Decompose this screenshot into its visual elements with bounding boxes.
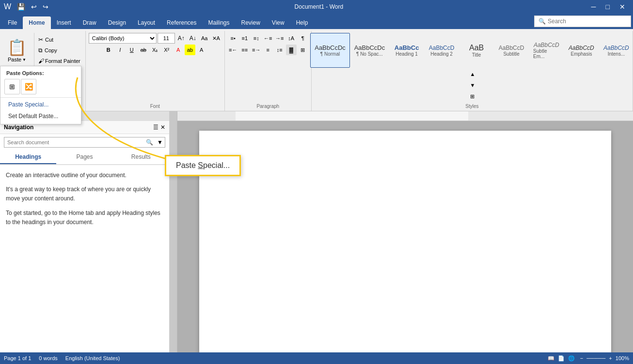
align-center-button[interactable]: ≡≡ xyxy=(239,45,250,55)
paste-dropdown-arrow[interactable]: ▼ xyxy=(22,58,26,62)
increase-indent-button[interactable]: →≡ xyxy=(274,33,285,44)
language: English (United States) xyxy=(65,355,120,361)
zoom-slider[interactable]: ───── xyxy=(586,355,605,361)
justify-button[interactable]: ≡ xyxy=(263,45,273,55)
paste-special-callout[interactable]: Paste Special... xyxy=(165,155,241,176)
style-emphasis[interactable]: AaBbCcD Emphasis xyxy=(564,33,599,68)
multilevel-button[interactable]: ≡↕ xyxy=(251,33,262,44)
numbering-button[interactable]: ≡1 xyxy=(239,33,250,44)
navigation-pane: Navigation ☰ ✕ 🔍 ▼ Headings Pages Result… xyxy=(0,121,170,364)
nav-search-input[interactable] xyxy=(4,137,144,147)
styles-scroll-up[interactable]: ▲ xyxy=(467,69,478,79)
style-subtle-emphasis[interactable]: AaBbCcD Subtle Em... xyxy=(529,33,564,68)
quick-save-icon[interactable]: 💾 xyxy=(15,2,27,12)
nav-text-1: Create an interactive outline of your do… xyxy=(6,171,163,180)
tab-home[interactable]: Home xyxy=(23,16,50,29)
tab-layout[interactable]: Layout xyxy=(132,16,161,29)
style-subtitle[interactable]: AaBbCcD Subtitle xyxy=(494,33,529,68)
nav-title: Navigation xyxy=(4,124,33,131)
paste-special-rest: pecial... xyxy=(203,161,230,169)
close-button[interactable]: ✕ xyxy=(616,2,629,12)
tab-insert[interactable]: Insert xyxy=(51,16,77,29)
paste-merge-icon[interactable]: 🔀 xyxy=(21,79,36,94)
paste-special-menu-item[interactable]: Paste Special... xyxy=(0,99,81,110)
decrease-indent-button[interactable]: ←≡ xyxy=(263,33,273,44)
style-heading1[interactable]: AaBbCc Heading 1 xyxy=(389,33,424,68)
strikethrough-button[interactable]: ab xyxy=(138,45,149,55)
tab-mailings[interactable]: Mailings xyxy=(202,16,235,29)
nav-tabs: Headings Pages Results xyxy=(0,151,169,165)
nav-close-icon[interactable]: ✕ xyxy=(160,124,165,131)
style-intense[interactable]: AaBbCcD Intens... xyxy=(599,33,633,68)
redo-icon[interactable]: ↪ xyxy=(41,2,50,12)
nav-tab-pages[interactable]: Pages xyxy=(56,151,112,164)
paste-special-text: Paste xyxy=(176,161,198,169)
font-size-increase-button[interactable]: A↑ xyxy=(176,33,187,44)
nav-search-icon[interactable]: 🔍 xyxy=(144,138,155,147)
style-heading2[interactable]: AaBbCcD Heading 2 xyxy=(424,33,459,68)
font-case-button[interactable]: Aa xyxy=(199,33,210,44)
nav-tab-results[interactable]: Results xyxy=(113,151,169,164)
font-size-decrease-button[interactable]: A↓ xyxy=(188,33,198,44)
subscript-button[interactable]: X₂ xyxy=(150,45,160,55)
tab-draw[interactable]: Draw xyxy=(77,16,102,29)
sort-button[interactable]: ↕A xyxy=(286,33,297,44)
nav-search-dropdown[interactable]: ▼ xyxy=(155,138,165,147)
document-page[interactable] xyxy=(199,131,611,364)
ruler-svg xyxy=(177,111,633,121)
document-area xyxy=(177,121,633,364)
italic-button[interactable]: I xyxy=(115,45,126,55)
styles-more[interactable]: ⊞ xyxy=(467,91,478,102)
align-right-button[interactable]: ≡→ xyxy=(251,45,262,55)
styles-scroll-down[interactable]: ▼ xyxy=(467,80,478,91)
copy-button[interactable]: ⧉ Copy xyxy=(36,46,82,55)
nav-tab-headings[interactable]: Headings xyxy=(0,151,56,164)
keep-source-icon: ⊞ xyxy=(9,83,15,91)
shading-button[interactable]: ▓ xyxy=(286,45,297,55)
zoom-out-icon[interactable]: − xyxy=(580,355,583,361)
tab-view[interactable]: View xyxy=(266,16,290,29)
paste-keep-source-icon[interactable]: ⊞ xyxy=(4,79,20,94)
paste-special-s: S xyxy=(198,161,203,169)
style-title[interactable]: AaB Title xyxy=(459,33,494,68)
show-marks-button[interactable]: ¶ xyxy=(298,33,308,44)
font-family-select[interactable]: Calibri (Body) xyxy=(89,33,157,44)
set-default-paste-menu-item[interactable]: Set Default Paste... xyxy=(0,110,81,122)
tab-references[interactable]: References xyxy=(161,16,202,29)
bullets-button[interactable]: ≡• xyxy=(228,33,238,44)
superscript-button[interactable]: X² xyxy=(161,45,172,55)
line-spacing-button[interactable]: ↕≡ xyxy=(274,45,285,55)
font-label: Font xyxy=(150,103,160,109)
bold-button[interactable]: B xyxy=(103,45,114,55)
nav-menu-icon[interactable]: ☰ xyxy=(153,124,158,131)
cut-button[interactable]: ✂ Cut xyxy=(36,35,82,44)
zoom-level: 100% xyxy=(616,355,629,361)
undo-icon[interactable]: ↩ xyxy=(29,2,39,12)
search-icon: 🔍 xyxy=(538,18,546,25)
web-layout-icon[interactable]: 🌐 xyxy=(568,355,575,361)
tab-help[interactable]: Help xyxy=(290,16,314,29)
borders-button[interactable]: ⊞ xyxy=(298,45,308,55)
read-mode-icon[interactable]: 📖 xyxy=(548,355,554,361)
font-group: Calibri (Body) 11 A↑ A↓ Aa ✕A B I U ab X… xyxy=(86,31,225,111)
maximize-button[interactable]: □ xyxy=(602,2,614,12)
text-color-button[interactable]: A xyxy=(196,45,207,55)
clear-formatting-button[interactable]: ✕A xyxy=(211,33,222,44)
search-input[interactable] xyxy=(548,18,620,25)
minimize-button[interactable]: ─ xyxy=(587,2,600,12)
tab-file[interactable]: File xyxy=(2,16,23,29)
nav-content: Create an interactive outline of your do… xyxy=(0,165,169,364)
style-no-space[interactable]: AaBbCcDc ¶ No Spac... xyxy=(350,33,389,68)
print-layout-icon[interactable]: 📄 xyxy=(558,355,565,361)
svg-rect-1 xyxy=(236,111,468,121)
tab-review[interactable]: Review xyxy=(236,16,266,29)
paste-button[interactable]: 📋 Paste ▼ xyxy=(3,36,31,65)
zoom-in-icon[interactable]: + xyxy=(609,355,612,361)
align-left-button[interactable]: ≡← xyxy=(228,45,238,55)
underline-button[interactable]: U xyxy=(127,45,137,55)
highlight-button[interactable]: ab xyxy=(185,45,195,55)
format-painter-button[interactable]: 🖌 Format Painter xyxy=(36,57,82,65)
style-normal[interactable]: AaBbCcDc ¶ Normal xyxy=(310,33,349,68)
tab-design[interactable]: Design xyxy=(102,16,132,29)
font-color-button[interactable]: A xyxy=(173,45,184,55)
